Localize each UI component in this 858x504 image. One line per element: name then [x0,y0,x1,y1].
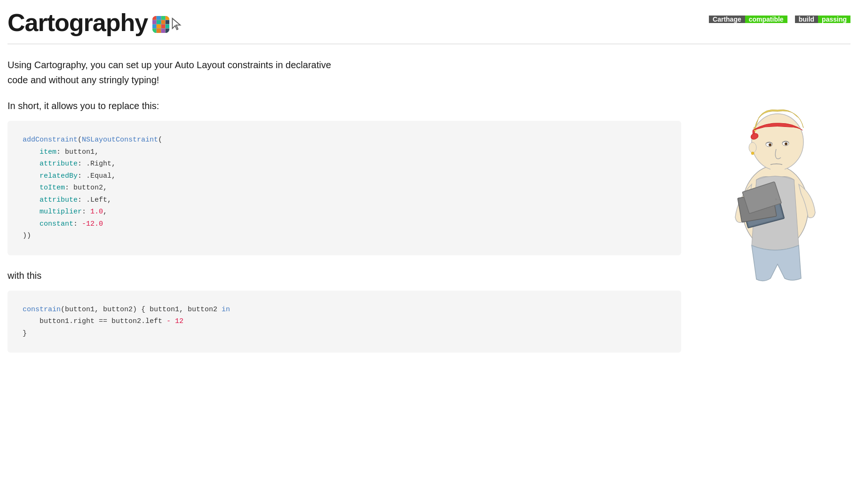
icon-cell [166,29,169,32]
icon-cell [161,16,165,20]
carthage-badge: Carthage compatible [709,13,787,25]
icon-cell [161,20,165,24]
icon-cell [166,16,169,20]
description: Using Cartography, you can set up your A… [8,57,431,87]
icon-cell [166,20,169,24]
page-title: Cartography [8,9,148,36]
illustration-area: ✦✦ [700,57,850,283]
character-illustration: ✦✦ [709,57,841,283]
main-content: Using Cartography, you can set up your A… [8,57,850,368]
icon-cell [152,29,156,32]
code-keyword: NSLayoutConstraint [82,136,158,144]
code-param: toItem [40,184,65,192]
icon-cell [166,24,169,28]
build-badge-right: passing [818,16,850,23]
title-icons [152,16,183,33]
code-param: attribute [40,160,78,168]
icon-cell [161,29,165,32]
replace-intro: In short, it allows you to replace this: [8,101,681,111]
with-this-label: with this [8,270,681,281]
cursor-icon [171,17,183,31]
code-keyword: addConstraint [23,136,78,144]
icon-cell [152,16,156,20]
build-badge-left: build [795,16,818,23]
code-value: -12.0 [82,220,103,228]
icon-cell [157,16,160,20]
svg-point-8 [749,142,756,153]
code-param: attribute [40,196,78,204]
title-area: Cartography [8,9,183,36]
code-value: 1.0 [90,208,103,216]
code-param: relatedBy [40,172,78,180]
code-value: - 12 [167,317,183,325]
description-line2: code and without any stringly typing! [8,75,159,85]
svg-text:✦✦: ✦✦ [774,197,782,202]
build-badge: build passing [795,13,850,25]
code-param: constant [40,220,73,228]
icon-cell [157,29,160,32]
header: Cartography [8,9,850,44]
icon-cell [157,20,160,24]
carthage-badge-right: compatible [745,16,787,23]
code-keyword: in [222,306,230,314]
carthage-badge-left: Carthage [709,16,745,23]
svg-point-9 [751,152,754,155]
code-section: Using Cartography, you can set up your A… [8,57,681,368]
badge-group: Carthage compatible build passing [709,13,850,25]
icon-cell [161,24,165,28]
svg-point-2 [752,114,803,170]
svg-marker-0 [173,18,181,30]
code-keyword: constrain [23,306,61,314]
svg-point-7 [785,142,787,145]
icon-cell [152,20,156,24]
code-block-1: addConstraint(NSLayoutConstraint( item: … [8,121,681,255]
code-param: multiplier [40,208,82,216]
code-block-2: constrain(button1, button2) { button1, b… [8,291,681,353]
description-line1: Using Cartography, you can set up your A… [8,60,331,70]
icon-cell [157,24,160,28]
icon-cell [152,24,156,28]
svg-point-6 [769,143,771,146]
code-param: item [40,148,56,156]
app-icon [152,16,169,33]
